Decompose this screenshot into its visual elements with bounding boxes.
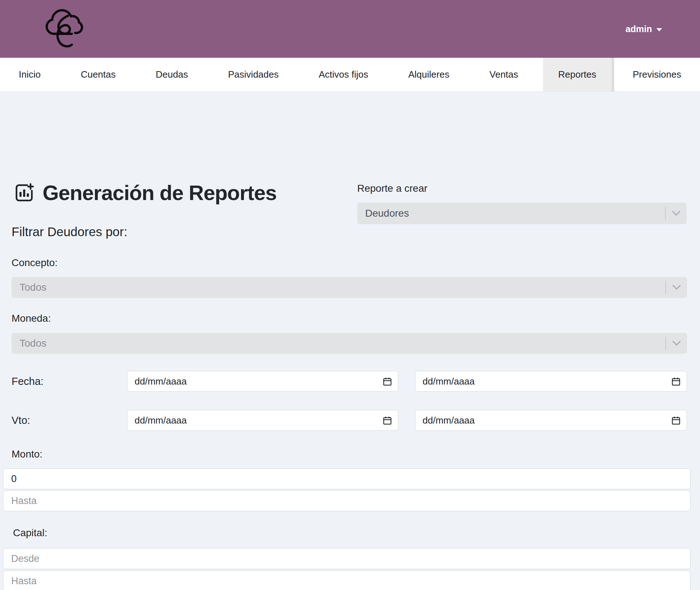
- main-nav: Inicio Cuentas Deudas Pasividades Activo…: [0, 58, 700, 92]
- nav-item-inicio[interactable]: Inicio: [4, 58, 56, 91]
- date-placeholder: dd/mm/aaaa: [423, 415, 475, 426]
- nav-end-group: Reportes Previsiones: [543, 58, 700, 91]
- capital-to-input[interactable]: [3, 571, 691, 590]
- calendar-icon[interactable]: [382, 416, 392, 425]
- nav-divider: [612, 58, 614, 91]
- report-type-select[interactable]: Deudores: [357, 203, 687, 224]
- vto-to-input[interactable]: dd/mm/aaaa: [415, 410, 687, 431]
- page-title-row: Generación de Reportes: [14, 181, 276, 205]
- capital-label: Capital:: [13, 527, 47, 539]
- chevron-down-icon: [671, 210, 681, 217]
- monto-from-input[interactable]: [3, 468, 691, 489]
- nav-item-ventas[interactable]: Ventas: [474, 58, 534, 91]
- caret-down-icon: [656, 28, 662, 31]
- fecha-from-input[interactable]: dd/mm/aaaa: [127, 371, 398, 392]
- calendar-icon[interactable]: [382, 377, 392, 386]
- bar-chart-plus-icon: [14, 182, 35, 203]
- page-title: Generación de Reportes: [43, 181, 276, 205]
- select-divider: [665, 337, 666, 350]
- chevron-down-icon: [672, 340, 681, 347]
- moneda-select[interactable]: Todos: [12, 333, 687, 354]
- filter-heading: Filtrar Deudores por:: [12, 225, 127, 239]
- date-placeholder: dd/mm/aaaa: [423, 376, 475, 387]
- monto-to-input[interactable]: [3, 490, 691, 511]
- concepto-select[interactable]: Todos: [12, 277, 687, 298]
- nav-item-reportes[interactable]: Reportes: [543, 58, 612, 91]
- header: admin: [0, 0, 700, 58]
- fecha-to-input[interactable]: dd/mm/aaaa: [415, 371, 687, 392]
- moneda-value: Todos: [19, 338, 665, 349]
- report-type-value: Deudores: [365, 208, 665, 219]
- select-divider: [665, 207, 666, 220]
- cloud-s-logo-icon: [36, 2, 90, 55]
- vto-label: Vto:: [12, 415, 30, 426]
- monto-label: Monto:: [12, 448, 43, 460]
- app-logo[interactable]: [36, 2, 90, 56]
- capital-from-input[interactable]: [3, 548, 691, 569]
- nav-item-pasividades[interactable]: Pasividades: [213, 58, 294, 91]
- nav-item-alquileres[interactable]: Alquileres: [393, 58, 464, 91]
- concepto-label: Concepto:: [12, 257, 58, 269]
- moneda-label: Moneda:: [12, 313, 51, 324]
- nav-item-activos-fijos[interactable]: Activos fijos: [303, 58, 383, 91]
- date-placeholder: dd/mm/aaaa: [135, 376, 187, 387]
- calendar-icon[interactable]: [671, 416, 681, 425]
- report-picker-label: Reporte a crear: [357, 183, 428, 194]
- nav-item-cuentas[interactable]: Cuentas: [66, 58, 131, 91]
- date-placeholder: dd/mm/aaaa: [135, 415, 187, 426]
- nav-item-previsiones[interactable]: Previsiones: [614, 58, 700, 91]
- select-divider: [665, 281, 666, 294]
- concepto-value: Todos: [19, 282, 665, 293]
- user-menu-label: admin: [625, 24, 652, 34]
- nav-item-deudas[interactable]: Deudas: [140, 58, 203, 91]
- fecha-label: Fecha:: [12, 376, 44, 387]
- vto-from-input[interactable]: dd/mm/aaaa: [127, 410, 398, 431]
- user-menu[interactable]: admin: [625, 0, 662, 58]
- calendar-icon[interactable]: [671, 377, 681, 386]
- chevron-down-icon: [672, 284, 681, 291]
